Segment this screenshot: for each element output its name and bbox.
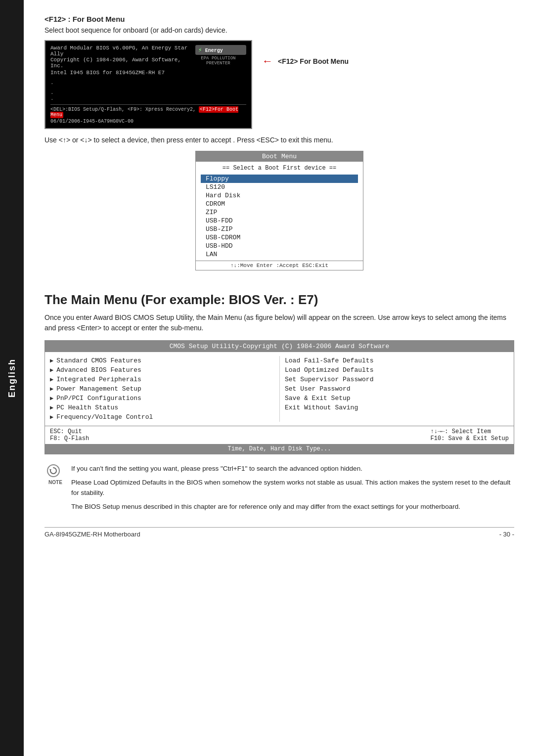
- main-menu-heading: The Main Menu (For example: BIOS Ver. : …: [44, 292, 514, 308]
- bios-line3: Intel I945 BIOS for 8I945GZME-RH E7: [50, 70, 190, 76]
- boot-menu-wrapper: Boot Menu == Select a Boot First device …: [44, 151, 514, 280]
- boot-menu-item: LAN: [201, 250, 358, 259]
- svg-marker-1: [49, 469, 51, 471]
- cmos-left-item: ▶Power Management Setup: [50, 384, 274, 394]
- cmos-arrow-icon: ▶: [50, 385, 53, 393]
- cmos-box: CMOS Setup Utility-Copyright (C) 1984-20…: [44, 340, 514, 454]
- cmos-f10: F10: Save & Exit Setup: [431, 435, 509, 442]
- cmos-right-item: Set Supervisor Password: [285, 375, 509, 384]
- note-icon-svg: [46, 464, 64, 479]
- epa-label: EPA POLLUTION PREVENTER: [190, 56, 246, 66]
- note-icon-container: NOTE: [44, 463, 66, 485]
- boot-menu-items: FloppyLS120Hard DiskCDROMZIPUSB-FDDUSB-Z…: [201, 175, 358, 259]
- sidebar: English: [0, 0, 24, 756]
- boot-menu-item: CDROM: [201, 200, 358, 208]
- bios-dots3: .: [50, 95, 246, 101]
- f12-desc: Select boot sequence for onboard (or add…: [44, 26, 514, 34]
- f12-heading: <F12> : For Boot Menu: [44, 15, 514, 23]
- cmos-arrow-icon: ▶: [50, 357, 53, 364]
- boot-menu-item: USB-CDROM: [201, 233, 358, 242]
- cmos-right-item: Load Optimized Defaults: [285, 365, 509, 375]
- arrow-icon: ←: [262, 55, 273, 68]
- cmos-left-item: ▶Frequency/Voltage Control: [50, 412, 274, 422]
- note-label: NOTE: [48, 480, 62, 485]
- sidebar-label: English: [7, 358, 17, 398]
- bios-logo: ⚡ Energy: [195, 45, 246, 55]
- cmos-title: CMOS Setup Utility-Copyright (C) 1984-20…: [45, 341, 514, 352]
- cmos-footer: ESC: Quit F8: Q-Flash ↑↓→←: Select Item …: [45, 426, 514, 444]
- boot-menu-item: ZIP: [201, 208, 358, 217]
- cmos-select-item: ↑↓→←: Select Item: [431, 428, 509, 435]
- boot-menu-item: USB-FDD: [201, 217, 358, 225]
- boot-menu-item: USB-HDD: [201, 242, 358, 250]
- footer-left: GA-8I945GZME-RH Motherboard: [44, 531, 140, 538]
- bios-dots2: .: [50, 89, 246, 95]
- bios-screen-container: Award Modular BIOS v6.00PG, An Energy St…: [44, 40, 514, 129]
- cmos-f8: F8: Q-Flash: [50, 435, 89, 442]
- bios-bottom-bar: <DEL>:BIOS Setup/Q-Flash, <F9>: Xpress R…: [50, 104, 246, 124]
- cmos-arrow-icon: ▶: [50, 376, 53, 383]
- bios-version-line: 06/01/2006-I945-6A79HG0VC-00: [50, 119, 246, 124]
- page-footer: GA-8I945GZME-RH Motherboard - 30 -: [44, 527, 514, 538]
- note-text1: If you can't find the setting you want, …: [71, 463, 514, 474]
- cmos-left: ▶Standard CMOS Features▶Advanced BIOS Fe…: [50, 356, 279, 422]
- main-content: <F12> : For Boot Menu Select boot sequen…: [30, 0, 534, 558]
- cmos-arrow-icon: ▶: [50, 366, 53, 374]
- boot-menu-item: LS120: [201, 183, 358, 191]
- cmos-body: ▶Standard CMOS Features▶Advanced BIOS Fe…: [45, 352, 514, 426]
- bios-line2: Copyright (C) 1984-2006, Award Software,…: [50, 57, 190, 69]
- footer-right: - 30 -: [499, 531, 514, 538]
- cmos-status-bar: Time, Date, Hard Disk Type...: [45, 444, 514, 454]
- boot-menu-title: Boot Menu: [196, 151, 363, 162]
- cmos-left-item: ▶PnP/PCI Configurations: [50, 394, 274, 403]
- cmos-right-item: Set User Password: [285, 384, 509, 394]
- boot-menu-body: == Select a Boot First device == FloppyL…: [196, 162, 363, 261]
- cmos-right-item: Load Fail-Safe Defaults: [285, 356, 509, 365]
- cmos-arrow-icon: ▶: [50, 413, 53, 421]
- cmos-footer-left: ESC: Quit F8: Q-Flash: [50, 428, 89, 442]
- cmos-left-item: ▶Integrated Peripherals: [50, 375, 274, 384]
- boot-menu-item: Hard Disk: [201, 191, 358, 200]
- cmos-footer-right: ↑↓→←: Select Item F10: Save & Exit Setup: [431, 428, 509, 442]
- note-box: NOTE If you can't find the setting you w…: [44, 463, 514, 512]
- cmos-right: Load Fail-Safe DefaultsLoad Optimized De…: [279, 356, 509, 422]
- bios-dots: .: [50, 80, 246, 86]
- cmos-right-item: Exit Without Saving: [285, 403, 509, 412]
- cmos-left-item: ▶PC Health Status: [50, 403, 274, 412]
- note-text: If you can't find the setting you want, …: [71, 463, 514, 512]
- bios-line1: Award Modular BIOS v6.00PG, An Energy St…: [50, 45, 190, 57]
- boot-menu-subtitle: == Select a Boot First device ==: [201, 165, 358, 172]
- note-text3: The BIOS Setup menus described in this c…: [71, 501, 514, 512]
- main-menu-desc: Once you enter Award BIOS CMOS Setup Uti…: [44, 312, 514, 333]
- svg-point-0: [47, 465, 59, 477]
- cmos-left-item: ▶Standard CMOS Features: [50, 356, 274, 365]
- cmos-left-item: ▶Advanced BIOS Features: [50, 365, 274, 375]
- bios-bottom-text: <DEL>:BIOS Setup/Q-Flash, <F9>: Xpress R…: [50, 107, 199, 112]
- note-text2: Please Load Optimized Defaults in the BI…: [71, 477, 514, 498]
- cmos-esc-quit: ESC: Quit: [50, 428, 89, 435]
- boot-menu-item: USB-ZIP: [201, 225, 358, 233]
- use-line: Use <↑> or <↓> to select a device, then …: [44, 136, 514, 144]
- cmos-arrow-icon: ▶: [50, 404, 53, 411]
- boot-menu-box: Boot Menu == Select a Boot First device …: [195, 151, 363, 270]
- cmos-arrow-icon: ▶: [50, 395, 53, 402]
- bios-screen: Award Modular BIOS v6.00PG, An Energy St…: [44, 40, 252, 129]
- boot-menu-footer: ↑↓:Move Enter :Accept ESC:Exit: [196, 261, 363, 270]
- f12-arrow-label: ← <F12> For Boot Menu: [262, 55, 349, 68]
- cmos-right-item: Save & Exit Setup: [285, 394, 509, 403]
- boot-menu-item: Floppy: [201, 175, 358, 183]
- f12-label-text: <F12> For Boot Menu: [278, 57, 349, 65]
